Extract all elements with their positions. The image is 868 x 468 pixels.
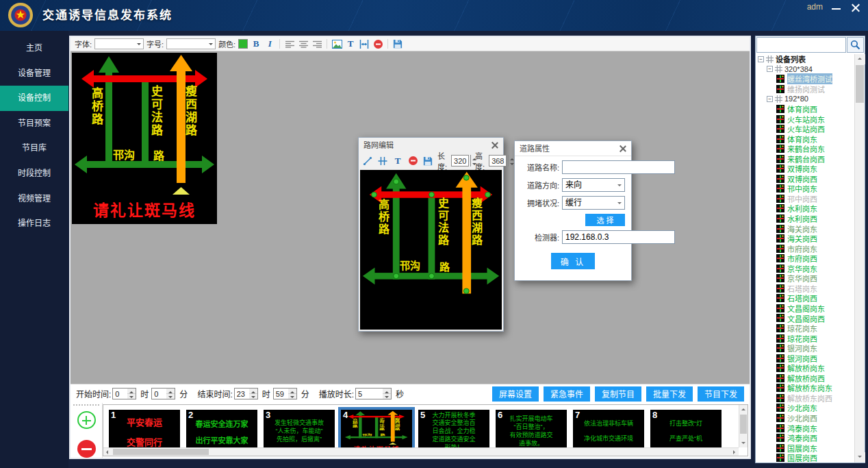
scrollbar-thumb[interactable] <box>113 449 209 455</box>
horizontal-scrollbar[interactable] <box>103 447 739 456</box>
vertical-scrollbar[interactable] <box>739 405 748 447</box>
height-input[interactable]: 368 <box>489 155 507 167</box>
device-item[interactable]: 双博岗西 <box>756 174 854 184</box>
device-item[interactable]: 沙北岗东 <box>756 403 854 413</box>
road-direction-select[interactable]: 来向 <box>562 178 625 192</box>
align-right-button[interactable] <box>311 38 322 50</box>
font-size-select[interactable] <box>166 38 216 49</box>
device-item[interactable]: 解放桥岗西 <box>756 373 854 384</box>
tree-expander-icon[interactable]: − <box>767 66 773 72</box>
program-thumb-1[interactable]: 平安春运交警同行1 <box>109 410 180 453</box>
device-item[interactable]: 京华岗东 <box>756 263 854 273</box>
end-minute-spinner[interactable] <box>288 388 297 399</box>
scroll-right-icon[interactable] <box>730 448 739 456</box>
program-thumb-4[interactable]: 高桥路 史可法路 瘦西湖路 邗沟 路 请礼让斑马线 4 <box>341 410 412 453</box>
device-item[interactable]: 解放桥岗东 <box>756 363 854 373</box>
device-item[interactable]: 水利岗东 <box>756 204 854 214</box>
device-item[interactable]: 海关岗东 <box>756 223 854 234</box>
device-item[interactable]: 京华岗西 <box>756 273 854 284</box>
select-detector-button[interactable]: 选 择 <box>585 214 625 226</box>
sidebar-item-device-control[interactable]: 设备控制 <box>0 86 68 111</box>
sign-display[interactable]: 高桥路 史可法路 瘦西湖路 邗沟 路 请礼让斑马线 <box>72 53 217 224</box>
device-item[interactable]: 文昌阁岗东 <box>756 304 854 314</box>
emergency-event-button[interactable]: 紧急事件 <box>544 386 590 402</box>
roadnet-dialog-titlebar[interactable]: 路网编辑 <box>359 138 503 153</box>
save-button[interactable] <box>422 155 433 167</box>
device-item[interactable]: 火车站岗西 <box>756 124 854 134</box>
scroll-down-icon[interactable] <box>739 439 748 447</box>
device-item[interactable]: 海关岗西 <box>756 234 854 244</box>
device-item[interactable]: 解放桥东岗西 <box>756 393 854 404</box>
close-icon[interactable] <box>850 2 861 13</box>
device-item[interactable]: 体育岗东 <box>756 134 854 144</box>
roadnet-canvas[interactable]: 高桥路 史可法路 瘦西湖路 邗沟 路 <box>360 170 502 330</box>
device-item[interactable]: 双博岗东 <box>756 164 854 174</box>
device-item[interactable]: 沙北岗西 <box>756 413 854 423</box>
tree-scrollbar[interactable] <box>854 54 865 463</box>
tree-group[interactable]: −192*80 <box>756 94 854 104</box>
close-icon[interactable] <box>619 145 626 152</box>
road-properties-titlebar[interactable]: 道路属性 <box>515 141 631 156</box>
sidebar-item-home[interactable]: 主页 <box>0 36 68 61</box>
detector-input[interactable] <box>562 230 675 244</box>
line-tool-button[interactable] <box>362 155 373 167</box>
device-item[interactable]: 石塔岗东 <box>756 284 854 294</box>
color-swatch[interactable] <box>238 39 248 49</box>
scroll-up-icon[interactable] <box>739 405 748 414</box>
device-item[interactable]: 琼花岗东 <box>756 323 854 334</box>
scroll-up-icon[interactable] <box>855 54 865 64</box>
device-item[interactable]: 市府岗东 <box>756 243 854 254</box>
start-hour-spinner[interactable] <box>127 388 136 399</box>
device-item[interactable]: 维扬岗测试 <box>756 84 854 95</box>
duration-input[interactable]: 5 <box>355 388 385 399</box>
sidebar-item-device-management[interactable]: 设备管理 <box>0 61 68 86</box>
insert-image-button[interactable] <box>331 38 342 50</box>
program-thumb-7[interactable]: 依法治理非标车辆净化城市交通环境7 <box>573 410 644 453</box>
bold-button[interactable]: B <box>251 38 261 50</box>
align-left-button[interactable] <box>284 38 295 50</box>
device-item[interactable]: 国展岗东 <box>756 443 854 453</box>
sidebar-item-video-management[interactable]: 视频管理 <box>0 186 68 212</box>
sidebar-item-operation-log[interactable]: 操作日志 <box>0 211 68 236</box>
device-item[interactable]: 琼花岗西 <box>756 333 854 343</box>
scrollbar-thumb[interactable] <box>740 415 747 434</box>
program-send-button[interactable]: 节目下发 <box>698 386 744 402</box>
delete-button[interactable] <box>407 155 418 167</box>
sidebar-item-program-library[interactable]: 节目库 <box>0 136 68 161</box>
scrollbar-thumb[interactable] <box>856 65 864 103</box>
close-icon[interactable] <box>491 141 498 149</box>
drag-grip[interactable] <box>73 404 99 406</box>
align-center-button[interactable] <box>298 38 309 50</box>
font-select[interactable] <box>94 38 144 49</box>
device-item[interactable]: 银河岗西 <box>756 353 854 363</box>
device-item[interactable]: 邗中岗东 <box>756 184 854 194</box>
road-name-input[interactable] <box>562 160 675 174</box>
sidebar-item-program-plan[interactable]: 节目预案 <box>0 111 68 136</box>
device-item[interactable]: 来鹤台岗东 <box>756 144 854 154</box>
start-minute-spinner[interactable] <box>166 388 175 399</box>
program-thumb-2[interactable]: 春运安全连万家出行平安靠大家2 <box>186 410 257 453</box>
confirm-button[interactable]: 确 认 <box>551 253 595 269</box>
tree-expander-icon[interactable]: − <box>758 56 764 62</box>
height-spinner[interactable] <box>508 155 509 167</box>
minimize-icon[interactable] <box>831 4 842 14</box>
save-button[interactable] <box>392 38 403 50</box>
text-tool-button[interactable]: T <box>392 155 403 167</box>
device-item[interactable]: 银河岗东 <box>756 343 854 354</box>
text-tool-button[interactable]: T <box>345 38 356 50</box>
spacing-tool-button[interactable] <box>359 38 370 50</box>
scroll-down-icon[interactable] <box>855 452 865 463</box>
duration-spinner[interactable] <box>383 388 392 399</box>
tree-group[interactable]: −320*384 <box>756 64 854 75</box>
end-hour-spinner[interactable] <box>249 388 258 399</box>
device-item[interactable]: 文昌阁岗西 <box>756 313 854 323</box>
scroll-left-icon[interactable] <box>103 448 112 456</box>
device-item[interactable]: 国展岗西 <box>756 453 854 463</box>
device-item[interactable]: 鸿泰岗西 <box>756 433 854 443</box>
device-item[interactable]: 螺丝湾桥测试 <box>756 74 854 84</box>
italic-button[interactable]: I <box>264 38 275 50</box>
batch-send-button[interactable]: 批量下发 <box>646 386 693 402</box>
device-item[interactable]: 鸿泰岗东 <box>756 423 854 433</box>
device-item[interactable]: 来鹤台岗西 <box>756 153 854 164</box>
sidebar-item-time-control[interactable]: 时段控制 <box>0 161 68 186</box>
